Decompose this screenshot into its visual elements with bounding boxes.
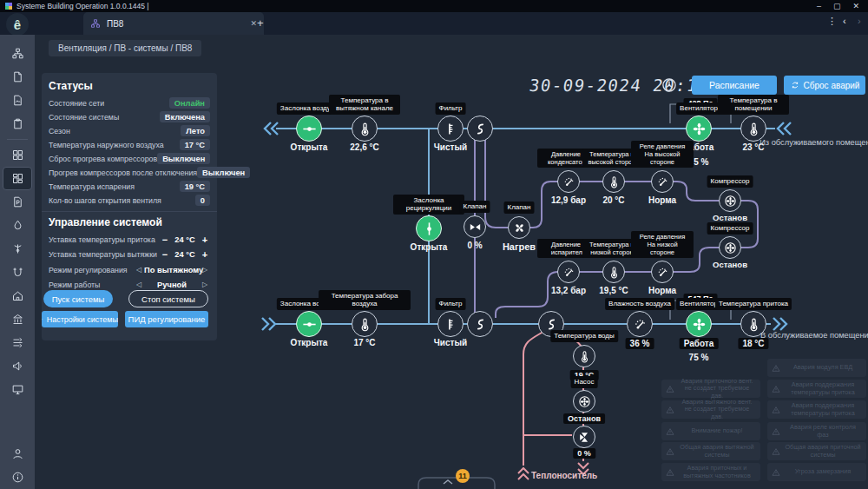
alarm-tile[interactable]: Авария поддержания температуры притока — [767, 400, 866, 419]
statuses-title: Статусы — [49, 80, 93, 92]
close-button[interactable]: ✕ — [852, 2, 859, 10]
status-value: Лето — [181, 125, 210, 136]
next-option-icon[interactable]: ▷ — [200, 281, 210, 288]
tab-pv8[interactable]: ПВ8 ✕ — [83, 12, 264, 35]
warning-icon — [666, 385, 674, 393]
pid-regulation-button[interactable]: ПИД регулирование — [125, 311, 208, 327]
status-row: Сброс прогрева компрессоровВыключен — [49, 152, 210, 165]
sidebar-item-hierarchy-icon[interactable] — [3, 42, 31, 65]
sidebar-item-report-icon[interactable] — [3, 65, 31, 89]
status-value: 17 °C — [180, 139, 210, 150]
sidebar-item-plant-icon[interactable] — [3, 284, 31, 307]
status-row: Состояние системыВключена — [49, 110, 210, 123]
warning-icon — [772, 385, 780, 393]
alarm-tile[interactable]: Авария модуля ЕВД — [767, 359, 866, 377]
prev-option-icon[interactable]: ◁ — [134, 281, 144, 288]
status-row: СезонЛето — [49, 124, 210, 137]
status-row: Температура испарения19 °C — [49, 180, 210, 193]
decrease-button[interactable]: − — [160, 249, 170, 260]
tab-close-icon[interactable]: ✕ — [250, 19, 257, 28]
forward-arrow-icon[interactable]: › — [858, 16, 861, 26]
sidebar-item-info-icon[interactable] — [3, 466, 31, 489]
warning-icon — [666, 468, 674, 477]
damper-icon — [296, 116, 322, 142]
sidebar-item-apps-icon[interactable] — [3, 143, 31, 167]
warning-icon — [772, 427, 780, 436]
filter-icon — [437, 311, 464, 337]
start-system-button[interactable]: Пуск системы — [43, 290, 113, 307]
minimize-button[interactable]: – — [817, 2, 821, 10]
warning-icon — [772, 364, 780, 373]
status-value: Включена — [160, 111, 210, 122]
sidebar-item-dashboard-icon[interactable] — [3, 167, 32, 190]
status-value: 0 — [195, 195, 210, 206]
sidebar-item-document-icon[interactable] — [3, 190, 31, 214]
alarm-tile[interactable]: Авария реле контроля фаз — [767, 422, 866, 440]
warning-icon — [772, 406, 780, 414]
gauge-icon — [627, 311, 653, 337]
filter-icon — [437, 116, 464, 142]
alarm-tile[interactable]: Общая авария приточной системы — [767, 442, 866, 460]
system-settings-button[interactable]: Настройки системы — [42, 311, 118, 327]
sidebar-divider — [7, 139, 28, 140]
alarm-count-badge[interactable]: 11 — [456, 469, 470, 483]
datetime-display: 30-09-2024 20:18 — [528, 76, 710, 95]
setpoint-row: Уставка температуры притока − 24 °C + — [49, 233, 210, 246]
gauge-icon — [557, 261, 580, 283]
window-title: Systeme Building Operation 1.0.0.1445 | — [16, 2, 148, 10]
status-value: 19 °C — [180, 181, 210, 192]
sidebar-item-notifications-icon[interactable] — [3, 354, 31, 378]
increase-button[interactable]: + — [200, 235, 210, 245]
back-arrow-icon[interactable]: ‹ — [843, 16, 846, 26]
sidebar-item-graphic-icon[interactable] — [3, 89, 31, 112]
alarm-tile[interactable]: Авария приточных и вытяжных частотников — [661, 463, 760, 481]
sidebar-item-trends-icon[interactable] — [3, 331, 31, 354]
setpoint-value: 24 °C — [170, 235, 200, 244]
panel-divider — [42, 211, 217, 212]
alarm-tile[interactable]: Авария вытяжного вент. не создает требуе… — [661, 400, 760, 419]
selector-row: Режим работы ◁ Ручной ▷ — [49, 278, 210, 291]
alarm-tile[interactable]: Внимание пожар! — [661, 422, 760, 440]
new-tab-button[interactable]: + — [257, 17, 264, 30]
supply-flow-label: В обслуживаемое помещение — [760, 331, 868, 340]
alarm-tile[interactable]: Авария приточного вент. не создает требу… — [661, 380, 760, 398]
settings-wheel-icon — [42, 314, 43, 324]
tab-graphic-icon — [90, 18, 101, 29]
stop-system-button[interactable]: Стоп системы — [128, 290, 208, 307]
status-value: Выключен — [197, 167, 250, 178]
reset-alarms-button[interactable]: Сброс аварий — [784, 76, 865, 95]
compressor-icon — [719, 236, 741, 259]
four-way-valve-icon — [508, 216, 530, 239]
selector-value: По вытяжному — [144, 266, 200, 274]
maximize-button[interactable]: ▢ — [833, 2, 841, 10]
sidebar-item-clipboard-icon[interactable] — [3, 112, 31, 135]
sidebar-item-building-icon[interactable] — [3, 307, 31, 331]
status-row: Температура наружного воздуха17 °C — [49, 138, 210, 151]
schedule-button[interactable]: Расписание — [692, 76, 777, 95]
bowtie-valve-icon — [464, 215, 486, 238]
status-value: Выключен — [157, 153, 210, 164]
increase-button[interactable]: + — [200, 249, 210, 260]
breadcrumb[interactable]: Вентиляция / ПВ - системы / ПВ8 — [49, 40, 201, 56]
fan-icon — [686, 311, 712, 337]
prev-option-icon[interactable]: ◁ — [134, 266, 144, 274]
sidebar-item-monitor-icon[interactable] — [3, 378, 31, 401]
next-option-icon[interactable]: ▷ — [200, 266, 210, 274]
alarm-tile[interactable]: Общая авария вытяжной системы — [661, 442, 760, 460]
decrease-button[interactable]: − — [160, 235, 170, 245]
menu-dots-icon[interactable]: ⋮ — [827, 16, 837, 27]
pump-icon — [573, 390, 595, 413]
sidebar-item-water-icon[interactable] — [3, 214, 31, 237]
three-way-valve-icon — [573, 426, 595, 448]
sidebar-item-user-icon[interactable] — [3, 442, 31, 466]
warning-icon — [666, 406, 674, 414]
gauge-icon — [651, 170, 674, 193]
sidebar-item-piping-icon[interactable] — [3, 237, 31, 261]
app-logo: ê — [6, 13, 29, 36]
damper-icon — [416, 215, 442, 241]
sidebar-item-duct-icon[interactable] — [3, 261, 31, 284]
warning-icon — [666, 427, 674, 436]
alarm-tile[interactable]: Авария поддержания температуры притока — [767, 380, 866, 398]
coil-icon — [467, 116, 493, 142]
alarm-tile[interactable]: Угроза замерзания — [767, 463, 866, 481]
